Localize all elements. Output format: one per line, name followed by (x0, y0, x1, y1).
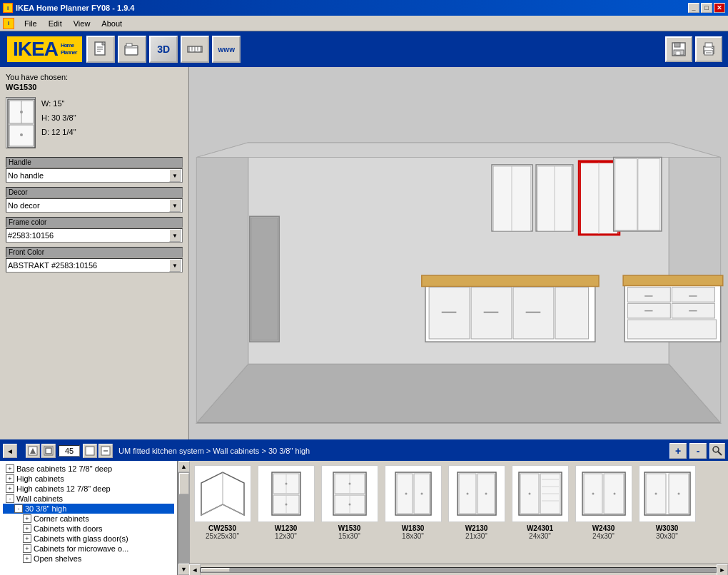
svg-point-27 (20, 133, 23, 136)
main-area: You have chosen: WG1530 W: 15" H: 30 3/8… (0, 67, 728, 439)
svg-point-103 (466, 493, 468, 495)
menu-bar: I File Edit View About (0, 16, 728, 31)
scroll-track (201, 567, 717, 573)
zoom-icon[interactable] (709, 443, 725, 459)
scroll-thumb[interactable] (201, 568, 230, 572)
product-w3030-dims: 30x30" (656, 532, 678, 540)
frame-color-arrow[interactable]: ▼ (169, 229, 181, 242)
tree-expand-icon: + (23, 534, 31, 543)
tree-wall-cabinets[interactable]: - Wall cabinets (3, 494, 174, 504)
product-w1230-dims: 12x30" (275, 532, 297, 540)
save-button[interactable] (665, 36, 692, 62)
product-w2130-img (448, 465, 505, 522)
front-color-arrow[interactable]: ▼ (169, 259, 181, 272)
tree-cabinets-micro[interactable]: + Cabinets for microwave o... (3, 544, 174, 554)
tree-expand-icon: + (6, 464, 14, 473)
bottom-section: ◄ 45 UM fitted kitchen system > Wall cab… (0, 439, 728, 575)
svg-point-86 (285, 483, 287, 485)
tree-expand-icon: + (23, 524, 31, 533)
tree-cabinets-glass[interactable]: + Cabinets with glass door(s) (3, 534, 174, 544)
nav-icon-2[interactable] (41, 444, 56, 458)
tree-high-cabinets[interactable]: + High cabinets (3, 474, 174, 484)
nav-icon-3[interactable] (83, 444, 97, 458)
svg-rect-53 (555, 288, 589, 339)
product-w2130[interactable]: W2130 21x30" (446, 464, 507, 541)
nav-icon-4[interactable] (98, 444, 113, 458)
tree-open-shelves[interactable]: + Open shelves (3, 554, 174, 564)
tree-expand-icon: + (23, 544, 31, 553)
tree-expand-icon: + (23, 514, 31, 523)
product-w3030[interactable]: W3030 30x30" (637, 464, 697, 541)
menu-view[interactable]: View (68, 18, 96, 29)
nav-counter: 45 (59, 445, 80, 457)
zoom-out-button[interactable]: - (689, 443, 707, 459)
zoom-in-button[interactable]: + (669, 443, 687, 459)
product-w1830-name: W1830 (402, 524, 425, 532)
handle-select[interactable]: No handle ▼ (6, 168, 183, 183)
scroll-left-button[interactable]: ◄ (189, 564, 201, 576)
handle-arrow[interactable]: ▼ (169, 169, 181, 182)
front-color-select[interactable]: ABSTRAKT #2583:10156 ▼ (6, 258, 183, 273)
tree-scroll-thumb[interactable] (179, 473, 189, 494)
svg-rect-72 (86, 447, 94, 455)
svg-rect-46 (615, 159, 637, 230)
tree-expand-icon: + (6, 474, 14, 483)
svg-point-112 (528, 493, 530, 495)
svg-rect-49 (422, 275, 599, 287)
svg-point-99 (420, 493, 423, 495)
cabinet-width: W: 15" (41, 97, 76, 111)
product-w1530[interactable]: W1530 15x30" (319, 464, 380, 541)
tree-corner-cabinets[interactable]: + Corner cabinets (3, 514, 174, 524)
svg-rect-60 (672, 288, 714, 302)
menu-about[interactable]: About (96, 18, 128, 29)
minimize-button[interactable]: _ (688, 3, 699, 13)
catalog-nav-bar: ◄ 45 UM fitted kitchen system > Wall cab… (0, 441, 728, 461)
tree-expand-icon: + (6, 484, 14, 493)
front-color-label: Front Color (6, 247, 183, 258)
svg-marker-29 (196, 364, 720, 423)
close-button[interactable]: ✕ (714, 3, 725, 13)
3d-view-button[interactable]: 3D (149, 36, 178, 63)
measure-button[interactable] (181, 36, 209, 63)
nav-scroll-left[interactable]: ◄ (3, 444, 17, 458)
3d-viewport[interactable] (189, 67, 728, 439)
tree-wall-30-selected[interactable]: - 30 3/8" high (3, 504, 174, 514)
product-w1830[interactable]: W1830 18x30" (383, 464, 443, 541)
product-w24301-name: W24301 (527, 524, 553, 532)
product-w1230[interactable]: W1230 12x30" (256, 464, 316, 541)
product-w2430[interactable]: W2430 24x30" (573, 464, 634, 541)
open-file-button[interactable] (118, 36, 146, 63)
svg-rect-59 (627, 288, 670, 302)
frame-color-select[interactable]: #2583:10156 ▼ (6, 228, 183, 243)
print-button[interactable] (695, 36, 722, 62)
frame-color-label: Frame color (6, 217, 183, 228)
decor-select[interactable]: No decor ▼ (6, 198, 183, 213)
maximize-button[interactable]: □ (701, 3, 712, 13)
tree-cabinets-doors[interactable]: + Cabinets with doors (3, 524, 174, 534)
product-w2130-name: W2130 (465, 524, 488, 532)
tree-panel: + Base cabinets 12 7/8" deep + High cabi… (0, 461, 178, 575)
tree-base-cabinets[interactable]: + Base cabinets 12 7/8" deep (3, 464, 174, 474)
svg-point-21 (712, 48, 713, 49)
tree-scroll-up[interactable]: ▲ (178, 461, 190, 472)
nav-icon-1[interactable] (26, 444, 40, 458)
product-w1830-dims: 18x30" (402, 532, 424, 540)
product-w24301[interactable]: W24301 24x30" (510, 464, 570, 541)
tree-scroll-down[interactable]: ▼ (178, 564, 190, 575)
product-w1530-name: W1530 (338, 524, 361, 532)
svg-rect-16 (676, 51, 680, 55)
svg-point-94 (348, 504, 350, 506)
window-controls[interactable]: _ □ ✕ (688, 3, 725, 13)
menu-file[interactable]: File (19, 18, 43, 29)
scroll-right-button[interactable]: ► (717, 564, 728, 576)
www-button[interactable]: www (212, 36, 241, 63)
new-document-button[interactable] (86, 36, 115, 63)
cabinet-depth: D: 12 1/4" (41, 126, 76, 140)
product-cw2530[interactable]: CW2530 25x25x30" (192, 464, 253, 541)
tree-high-cabinets-deep[interactable]: + High cabinets 12 7/8" deep (3, 484, 174, 494)
front-color-property: Front Color ABSTRAKT #2583:10156 ▼ (6, 247, 183, 273)
menu-edit[interactable]: Edit (43, 18, 68, 29)
decor-arrow[interactable]: ▼ (169, 199, 181, 212)
product-w1830-img (385, 465, 442, 522)
svg-rect-5 (125, 46, 138, 55)
